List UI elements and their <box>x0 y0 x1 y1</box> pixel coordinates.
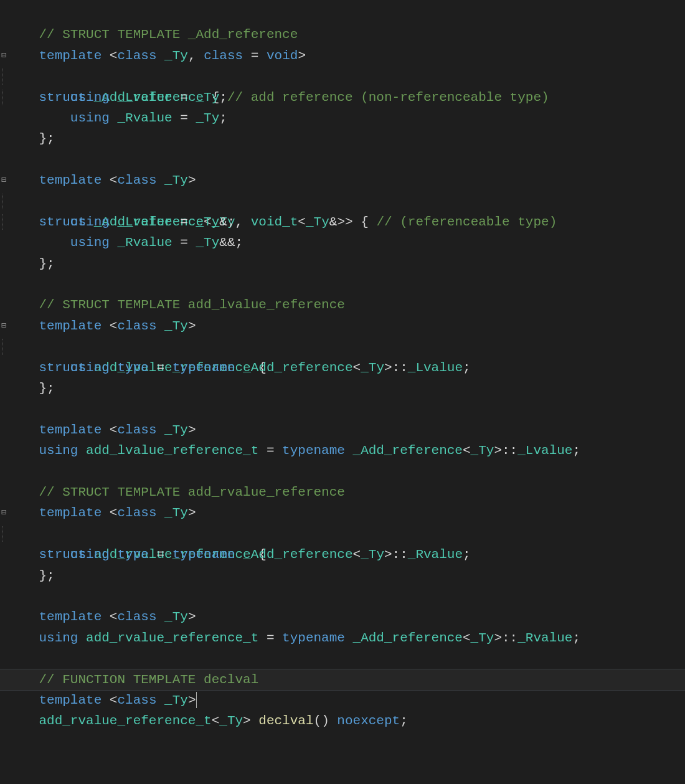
code-line[interactable]: template <class _Ty> <box>0 399 685 419</box>
code-line[interactable] <box>0 565 685 586</box>
code-line[interactable]: ⊟ struct add_lvalue_reference { <box>0 316 685 336</box>
code-line[interactable] <box>0 253 685 274</box>
code-line[interactable]: template <class _Ty, class = void> <box>0 24 685 45</box>
code-line[interactable]: }; <box>0 357 685 378</box>
code-line[interactable]: }; <box>0 108 685 128</box>
code-line[interactable]: using _Rvalue = _Ty; <box>0 87 685 108</box>
code-line[interactable]: }; <box>0 232 685 253</box>
code-line[interactable] <box>0 628 685 648</box>
code-line[interactable]: using _Rvalue = _Ty&&; <box>0 212 685 232</box>
code-line[interactable]: ⊟ struct _Add_reference { // add referen… <box>0 45 685 66</box>
code-line[interactable] <box>0 440 685 461</box>
fold-toggle-icon[interactable]: ⊟ <box>0 45 7 66</box>
code-line[interactable]: }; <box>0 544 685 565</box>
code-line[interactable]: add_rvalue_reference_t<_Ty> declval() no… <box>0 690 685 711</box>
code-line[interactable]: using add_lvalue_reference_t = typename … <box>0 420 685 440</box>
fold-toggle-icon[interactable]: ⊟ <box>0 170 7 191</box>
code-line[interactable]: // FUNCTION TEMPLATE declval <box>0 648 685 669</box>
code-line[interactable]: using type = typename _Add_reference<_Ty… <box>0 336 685 357</box>
code-line[interactable] <box>0 128 685 149</box>
code-line[interactable]: using add_rvalue_reference_t = typename … <box>0 607 685 627</box>
code-line[interactable]: // STRUCT TEMPLATE _Add_reference <box>0 4 685 24</box>
code-editor[interactable]: // STRUCT TEMPLATE _Add_reference templa… <box>0 0 685 711</box>
code-line[interactable]: template <class _Ty> <box>0 482 685 503</box>
fold-toggle-icon[interactable]: ⊟ <box>0 316 7 336</box>
code-line[interactable]: using _Lvalue = _Ty; <box>0 66 685 87</box>
code-line[interactable]: template <class _Ty> <box>0 295 685 315</box>
code-line[interactable] <box>0 378 685 399</box>
code-line[interactable]: // STRUCT TEMPLATE add_rvalue_reference <box>0 461 685 482</box>
code-line[interactable]: using type = typename _Add_reference<_Ty… <box>0 524 685 544</box>
code-line[interactable]: template <class _Ty> <box>0 586 685 607</box>
code-line[interactable]: ⊟ struct add_rvalue_reference { <box>0 503 685 523</box>
code-line[interactable]: template <class _Ty> <box>0 149 685 170</box>
fold-toggle-icon[interactable]: ⊟ <box>0 503 7 523</box>
code-line[interactable]: using _Lvalue = _Ty&; <box>0 191 685 212</box>
active-code-line[interactable]: template <class _Ty> <box>0 669 685 690</box>
code-line[interactable]: ⊟ struct _Add_reference<_Ty, void_t<_Ty&… <box>0 170 685 191</box>
code-line[interactable]: // STRUCT TEMPLATE add_lvalue_reference <box>0 274 685 295</box>
